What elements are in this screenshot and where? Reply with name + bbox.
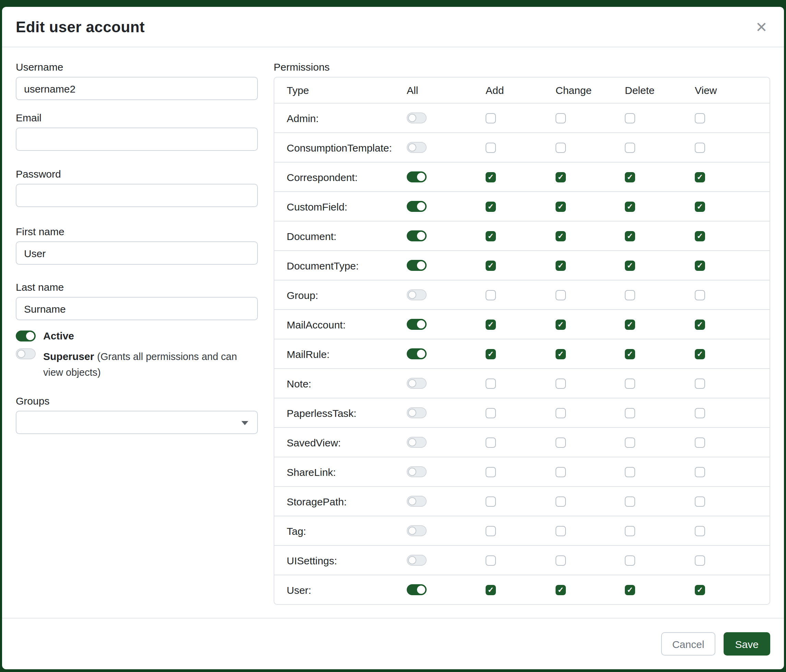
- permission-add-checkbox[interactable]: [486, 201, 496, 212]
- permission-add-checkbox[interactable]: [486, 231, 496, 241]
- permission-change-checkbox[interactable]: [556, 260, 566, 270]
- permission-view-checkbox[interactable]: [695, 437, 705, 447]
- last-name-input[interactable]: [16, 297, 258, 320]
- permission-all-toggle[interactable]: [407, 319, 427, 330]
- permission-all-toggle[interactable]: [407, 525, 427, 536]
- permission-delete-checkbox[interactable]: [625, 142, 635, 152]
- permission-change-checkbox[interactable]: [556, 290, 566, 300]
- permission-all-toggle[interactable]: [407, 113, 427, 123]
- permission-add-checkbox[interactable]: [486, 349, 496, 359]
- permission-change-checkbox[interactable]: [556, 378, 566, 388]
- permission-add-checkbox[interactable]: [486, 555, 496, 565]
- permission-view-checkbox[interactable]: [695, 378, 705, 388]
- permission-change-checkbox[interactable]: [556, 231, 566, 241]
- permission-change-checkbox[interactable]: [556, 466, 566, 477]
- permission-all-toggle[interactable]: [407, 466, 427, 477]
- permission-change-checkbox[interactable]: [556, 172, 566, 182]
- groups-select[interactable]: [16, 411, 258, 434]
- permission-delete-checkbox[interactable]: [625, 526, 635, 536]
- permission-type-label: ShareLink:: [274, 466, 407, 477]
- permission-view-checkbox[interactable]: [695, 526, 705, 536]
- permission-add-checkbox[interactable]: [486, 584, 496, 595]
- permission-delete-checkbox[interactable]: [625, 378, 635, 388]
- permission-add-checkbox[interactable]: [486, 319, 496, 330]
- permission-delete-checkbox[interactable]: [625, 408, 635, 418]
- permission-view-checkbox[interactable]: [695, 231, 705, 241]
- permission-change-checkbox[interactable]: [556, 584, 566, 595]
- first-name-input[interactable]: [16, 241, 258, 265]
- permission-delete-checkbox[interactable]: [625, 466, 635, 477]
- permission-view-checkbox[interactable]: [695, 408, 705, 418]
- permission-view-checkbox[interactable]: [695, 584, 705, 595]
- permission-all-toggle[interactable]: [407, 260, 427, 271]
- permission-view-checkbox[interactable]: [695, 290, 705, 300]
- permission-delete-checkbox[interactable]: [625, 260, 635, 270]
- permission-change-checkbox[interactable]: [556, 437, 566, 447]
- permission-all-toggle[interactable]: [407, 231, 427, 241]
- permission-add-checkbox[interactable]: [486, 408, 496, 418]
- permission-all-toggle[interactable]: [407, 289, 427, 300]
- permission-all-toggle[interactable]: [407, 555, 427, 566]
- password-input[interactable]: [16, 184, 258, 207]
- permission-delete-checkbox[interactable]: [625, 172, 635, 182]
- permission-view-checkbox[interactable]: [695, 260, 705, 270]
- permission-all-toggle[interactable]: [407, 496, 427, 507]
- permission-view-checkbox[interactable]: [695, 201, 705, 212]
- permission-delete-checkbox[interactable]: [625, 319, 635, 330]
- permission-add-checkbox[interactable]: [486, 437, 496, 447]
- permission-add-checkbox[interactable]: [486, 142, 496, 152]
- permission-delete-checkbox[interactable]: [625, 496, 635, 506]
- permission-all-toggle[interactable]: [407, 171, 427, 182]
- permission-view-checkbox[interactable]: [695, 142, 705, 152]
- permission-add-checkbox[interactable]: [486, 378, 496, 388]
- permission-change-checkbox[interactable]: [556, 526, 566, 536]
- permission-view-checkbox[interactable]: [695, 555, 705, 565]
- permission-all-toggle[interactable]: [407, 378, 427, 389]
- permission-type-label: Correspondent:: [274, 171, 407, 183]
- permission-change-checkbox[interactable]: [556, 113, 566, 123]
- close-icon[interactable]: [754, 19, 769, 36]
- permission-add-checkbox[interactable]: [486, 466, 496, 477]
- permission-change-checkbox[interactable]: [556, 555, 566, 565]
- permission-view-checkbox[interactable]: [695, 319, 705, 330]
- active-toggle[interactable]: [16, 330, 36, 341]
- permission-all-toggle[interactable]: [407, 201, 427, 212]
- permission-delete-checkbox[interactable]: [625, 231, 635, 241]
- permission-delete-checkbox[interactable]: [625, 437, 635, 447]
- permission-add-checkbox[interactable]: [486, 260, 496, 270]
- permission-add-checkbox[interactable]: [486, 172, 496, 182]
- permission-all-toggle[interactable]: [407, 142, 427, 153]
- permission-all-toggle[interactable]: [407, 584, 427, 595]
- permission-all-toggle[interactable]: [407, 349, 427, 359]
- superuser-toggle[interactable]: [16, 349, 36, 359]
- permission-change-checkbox[interactable]: [556, 201, 566, 212]
- permission-add-checkbox[interactable]: [486, 526, 496, 536]
- permission-change-checkbox[interactable]: [556, 496, 566, 506]
- permission-change-checkbox[interactable]: [556, 349, 566, 359]
- username-input[interactable]: [16, 77, 258, 100]
- permission-delete-checkbox[interactable]: [625, 113, 635, 123]
- permission-view-checkbox[interactable]: [695, 113, 705, 123]
- email-input[interactable]: [16, 127, 258, 151]
- permission-change-checkbox[interactable]: [556, 319, 566, 330]
- permission-all-toggle[interactable]: [407, 407, 427, 418]
- permission-all-toggle[interactable]: [407, 437, 427, 448]
- permission-change-checkbox[interactable]: [556, 142, 566, 152]
- permission-add-checkbox[interactable]: [486, 496, 496, 506]
- permission-type-label: StoragePath:: [274, 495, 407, 507]
- save-button[interactable]: Save: [723, 632, 770, 656]
- permission-delete-checkbox[interactable]: [625, 290, 635, 300]
- permission-delete-checkbox[interactable]: [625, 201, 635, 212]
- permission-delete-checkbox[interactable]: [625, 584, 635, 595]
- permission-view-checkbox[interactable]: [695, 496, 705, 506]
- toggle-knob: [408, 468, 416, 476]
- permission-add-checkbox[interactable]: [486, 113, 496, 123]
- permission-add-checkbox[interactable]: [486, 290, 496, 300]
- permission-view-checkbox[interactable]: [695, 466, 705, 477]
- permission-view-checkbox[interactable]: [695, 172, 705, 182]
- permission-delete-checkbox[interactable]: [625, 349, 635, 359]
- permission-view-checkbox[interactable]: [695, 349, 705, 359]
- permission-delete-checkbox[interactable]: [625, 555, 635, 565]
- cancel-button[interactable]: Cancel: [661, 632, 715, 656]
- permission-change-checkbox[interactable]: [556, 408, 566, 418]
